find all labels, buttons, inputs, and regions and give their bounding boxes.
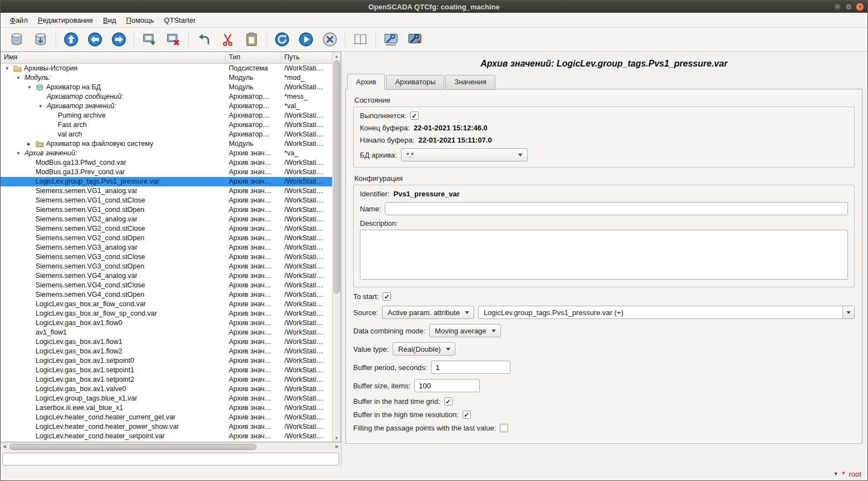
tree-row[interactable]: Siemens.semen.VG3_cond.stCloseАрхив знач…	[1, 252, 332, 262]
tree-row[interactable]: ▼Архиватор на БДМодуль/WorkStati…	[1, 83, 332, 92]
tree-row[interactable]: Siemens.semen.VG4_analog.varАрхив знач…/…	[1, 271, 332, 281]
tree-row[interactable]: Siemens.semen.VG1_analog.varАрхив знач…/…	[1, 186, 332, 196]
menu-view[interactable]: Вид	[98, 13, 122, 27]
tree-row[interactable]: Архиватор сообщений:Архиватор…*mess_	[1, 92, 332, 102]
source-combobox[interactable]: LogicLev.group_tags.Pvs1_pressure.var (+…	[478, 306, 855, 319]
tree-row[interactable]: LogicLev.heater_cond.heater_power_show.v…	[1, 422, 332, 432]
command-input[interactable]	[2, 453, 339, 465]
name-input[interactable]	[385, 202, 848, 215]
running-checkbox[interactable]: ✓	[410, 112, 419, 120]
toolbar-delete-item-button[interactable]	[163, 29, 184, 49]
tree-row[interactable]: Siemens.semen.VG3_cond.stOpenАрхив знач……	[1, 262, 332, 271]
menu-help[interactable]: Помощь	[121, 13, 159, 27]
combining-mode-select[interactable]: Moving average	[429, 324, 501, 337]
tree-row[interactable]: ModBus.ga13.Pfwd_cond.varАрхив знач…/Wor…	[1, 158, 332, 168]
toolbar-tool-dark-button[interactable]	[404, 29, 425, 49]
tree-row[interactable]: LogicLev.gas_box.ar_flow_sp_cond.varАрхи…	[1, 309, 332, 318]
scroll-left-arrow-icon[interactable]: ◀	[1, 443, 8, 450]
horizontal-scroll-thumb[interactable]	[9, 444, 257, 450]
tree-row[interactable]: LogicLev.gas_box.av1.valve0Архив знач…/W…	[1, 384, 332, 394]
hard-grid-checkbox[interactable]: ✓	[444, 397, 453, 406]
tree-row[interactable]: LogicLev.heater_cond.heater_setpoint.var…	[1, 432, 332, 441]
tree-row[interactable]: LogicLev.gas_box.ar_flow_cond.varАрхив з…	[1, 300, 332, 309]
minimize-button[interactable]: –	[834, 3, 842, 11]
to-start-checkbox[interactable]: ✓	[383, 292, 391, 301]
expander-closed-icon[interactable]: ▶	[26, 139, 36, 149]
vertical-scroll-thumb[interactable]	[334, 60, 340, 293]
tree-column-path[interactable]: Путь	[281, 52, 332, 63]
maximize-button[interactable]: ◻	[845, 3, 853, 11]
toolbar-cut-item-button[interactable]	[217, 29, 238, 49]
tree-row[interactable]: LogicLev.gas_box.av1.setpoint0Архив знач…	[1, 356, 332, 366]
tab-archivators[interactable]: Архиваторы	[386, 75, 444, 90]
tree-vertical-scrollbar[interactable]: ▲ ▼	[332, 52, 340, 442]
expander-open-icon[interactable]: ▼	[4, 64, 13, 73]
scroll-right-arrow-icon[interactable]: ▶	[333, 443, 341, 450]
tree-row[interactable]: LogicLev.group_tags.blue_x1.varАрхив зна…	[1, 394, 332, 403]
tree-horizontal-scrollbar[interactable]: ◀ ▶	[1, 442, 341, 450]
tree-row[interactable]: Laserbox.iii.eee.val_blue_x1Архив знач…/…	[1, 403, 332, 413]
tab-values[interactable]: Значения	[445, 75, 495, 90]
toolbar-copy-item-button[interactable]	[193, 29, 214, 49]
source-dropdown-button[interactable]	[842, 306, 854, 318]
tree-row[interactable]: val archАрхиватор…/WorkStati…	[1, 130, 332, 139]
description-textarea[interactable]	[360, 230, 848, 280]
source-type-select[interactable]: Active param. attribute	[382, 306, 474, 319]
menu-edit[interactable]: Редактирование	[33, 13, 98, 27]
tab-archive[interactable]: Архив	[347, 74, 385, 89]
tree-column-type[interactable]: Тип	[225, 52, 281, 63]
caret-down-icon[interactable]: ▼	[834, 471, 839, 477]
tree-row[interactable]: Siemens.semen.VG1_cond.stOpenАрхив знач……	[1, 205, 332, 215]
tree-column-name[interactable]: Имя	[1, 52, 225, 63]
toolbar-add-item-button[interactable]	[139, 29, 160, 49]
tree-row[interactable]: ▼Архиватор значений:Архиватор…*val_	[1, 102, 332, 111]
tree-row[interactable]: ▼Модуль:Модуль*mod_	[1, 73, 332, 83]
tree-row[interactable]: ▼Архивы-ИсторияПодсистема/WorkStati…	[1, 64, 332, 73]
tree-row[interactable]: Siemens.semen.VG2_analog.varАрхив знач…/…	[1, 215, 332, 224]
high-resolution-checkbox[interactable]: ✓	[463, 411, 471, 419]
toolbar-tool-blue-button[interactable]	[380, 29, 402, 49]
toolbar-manual-button[interactable]	[350, 29, 371, 49]
toolbar-refresh-button[interactable]	[272, 29, 293, 49]
tree-row[interactable]: ▶Архиватор на файловую системуМодуль/Wor…	[1, 139, 332, 149]
toolbar-start-button[interactable]	[295, 29, 317, 49]
tree-row[interactable]: Puming archiveАрхиватор…/WorkStati…	[1, 111, 332, 120]
tree-row[interactable]: LogicLev.group_tags.Pvs1_pressure.varАрх…	[1, 177, 332, 186]
scroll-down-arrow-icon[interactable]: ▼	[333, 434, 340, 442]
menu-qtstarter[interactable]: QTStarter	[159, 13, 200, 27]
tree-row[interactable]: Siemens.semen.VG3_analog.varАрхив знач…/…	[1, 243, 332, 252]
tree-row[interactable]: LogicLev.gas_box.av1.flow2Архив знач…/Wo…	[1, 347, 332, 356]
value-type-select[interactable]: Real(Double)	[393, 342, 455, 356]
expander-open-icon[interactable]: ▼	[26, 83, 36, 92]
close-button[interactable]: ✕	[856, 3, 864, 11]
tree-row[interactable]: Siemens.semen.VG2_cond.stOpenАрхив знач……	[1, 234, 332, 243]
toolbar-up-button[interactable]	[61, 29, 82, 49]
toolbar-stop-button[interactable]	[319, 29, 340, 49]
tree-row[interactable]: LogicLev.gas_box.av1.setpoint2Архив знач…	[1, 375, 332, 384]
tree-row[interactable]: Siemens.semen.VG2_cond.stCloseАрхив знач…	[1, 224, 332, 234]
tree-row[interactable]: Fast archАрхиватор…/WorkStati…	[1, 120, 332, 130]
tree-row[interactable]: av1_flow1Архив знач…/WorkStati…	[1, 328, 332, 337]
expander-open-icon[interactable]: ▼	[15, 73, 24, 83]
expander-open-icon[interactable]: ▼	[15, 149, 24, 158]
fill-passage-checkbox[interactable]	[500, 424, 508, 432]
toolbar-paste-item-button[interactable]	[241, 29, 262, 49]
buffer-period-input[interactable]	[431, 361, 510, 374]
tree-row[interactable]: ModBus.ga13.Prev_cond.varАрхив знач…/Wor…	[1, 168, 332, 177]
toolbar-save-to-db-button[interactable]	[30, 29, 51, 49]
tree-row[interactable]: Siemens.semen.VG1_cond.stCloseАрхив знач…	[1, 196, 332, 205]
expander-open-icon[interactable]: ▼	[37, 102, 47, 111]
tree-row[interactable]: Siemens.semen.VG4_cond.stOpenАрхив знач……	[1, 290, 332, 300]
tree-row[interactable]: ▼Архив значений:Архив знач…*va_	[1, 149, 332, 158]
tree-row[interactable]: LogicLev.gas_box.av1.flow0Архив знач…/Wo…	[1, 318, 332, 328]
toolbar-next-button[interactable]	[108, 29, 129, 49]
tree-row[interactable]: LogicLev.gas_box.av1.flow1Архив знач…/Wo…	[1, 337, 332, 347]
menu-file[interactable]: Файл	[5, 13, 33, 27]
tree-row[interactable]: LogicLev.heater_cond.heater_current_get.…	[1, 413, 332, 422]
tree-row[interactable]: LogicLev.gas_box.av1.setpoint1Архив знач…	[1, 366, 332, 375]
archive-db-select[interactable]: *.*	[401, 148, 528, 161]
toolbar-previous-button[interactable]	[84, 29, 106, 49]
tree-row[interactable]: Siemens.semen.VG4_cond.stCloseАрхив знач…	[1, 281, 332, 290]
scroll-up-arrow-icon[interactable]: ▲	[333, 52, 340, 60]
toolbar-load-from-db-button[interactable]	[6, 29, 27, 49]
